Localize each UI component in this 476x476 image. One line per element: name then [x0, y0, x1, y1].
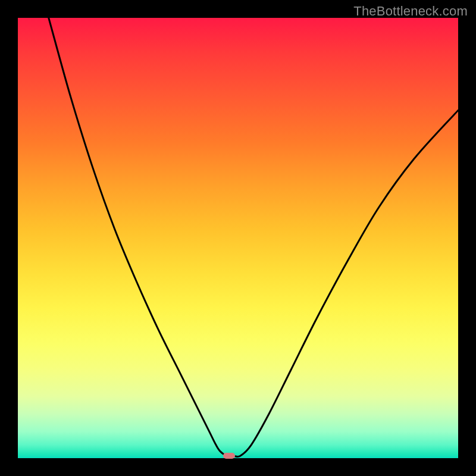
watermark-text: TheBottleneck.com: [353, 4, 468, 19]
plot-area: [18, 18, 458, 458]
curve-svg: [18, 18, 458, 458]
bottleneck-curve: [49, 18, 458, 457]
optimum-marker: [223, 453, 235, 459]
chart-frame: TheBottleneck.com: [0, 0, 476, 476]
